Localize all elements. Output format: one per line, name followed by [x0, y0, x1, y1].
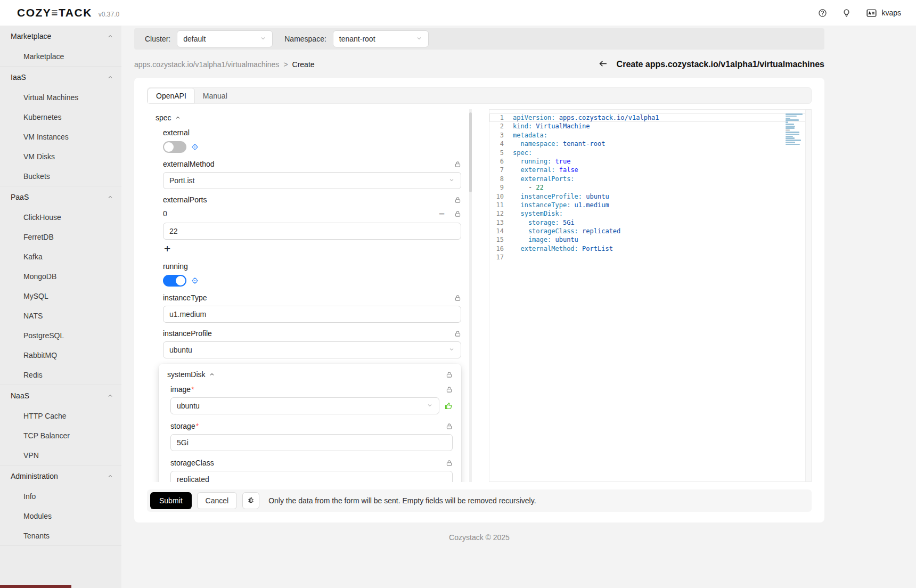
sidebar-item-info[interactable]: Info [0, 486, 121, 506]
line-number: 11 [489, 201, 513, 209]
form-scrollbar-thumb[interactable] [469, 112, 472, 192]
sidebar-scrollbar[interactable] [0, 585, 71, 588]
breadcrumb-resource-link[interactable]: apps.cozystack.io/v1alpha1/virtualmachin… [134, 60, 279, 69]
app-logo[interactable]: COZY≡TACK [17, 6, 92, 19]
lock-icon[interactable] [454, 330, 461, 337]
spec-group-header[interactable]: spec [156, 113, 461, 122]
editor-line[interactable]: 12 systemDisk: [489, 209, 811, 218]
editor-line[interactable]: 15 image: ubuntu [489, 235, 811, 244]
yaml-editor[interactable]: 1apiVersion: apps.cozystack.io/v1alpha12… [489, 109, 812, 482]
systemDisk-group-label: systemDisk [167, 370, 206, 379]
debug-button[interactable] [242, 492, 259, 509]
sidebar-item-ferretdb[interactable]: FerretDB [0, 227, 121, 247]
sidebar: MarketplaceMarketplaceIaaSVirtual Machin… [0, 26, 121, 588]
sidebar-item-modules[interactable]: Modules [0, 506, 121, 526]
add-item-button[interactable]: + [163, 242, 176, 256]
image-select[interactable]: ubuntu [170, 397, 439, 414]
sidebar-item-tenants[interactable]: Tenants [0, 526, 121, 545]
tab-manual[interactable]: Manual [195, 88, 235, 103]
sidebar-section-iaas[interactable]: IaaS [0, 67, 121, 87]
editor-line[interactable]: 16 externalMethod: PortList [489, 244, 811, 253]
external-label: external [163, 128, 190, 137]
cancel-button[interactable]: Cancel [197, 492, 238, 509]
running-toggle[interactable] [163, 275, 186, 287]
namespace-label: Namespace: [284, 35, 326, 43]
storageClass-input[interactable] [170, 471, 453, 482]
lock-icon[interactable] [446, 423, 453, 430]
editor-line[interactable]: 3metadata: [489, 131, 811, 140]
sidebar-item-kafka[interactable]: Kafka [0, 247, 121, 266]
cluster-select[interactable]: default [177, 30, 273, 47]
externalMethod-value: PortList [169, 176, 194, 185]
sidebar-item-rabbitmq[interactable]: RabbitMQ [0, 345, 121, 365]
editor-line[interactable]: 1apiVersion: apps.cozystack.io/v1alpha1 [489, 113, 811, 122]
sidebar-item-vm-disks[interactable]: VM Disks [0, 146, 121, 166]
editor-code-area[interactable]: 1apiVersion: apps.cozystack.io/v1alpha12… [489, 113, 811, 262]
sidebar-item-clickhouse[interactable]: ClickHouse [0, 207, 121, 227]
editor-scrollbar[interactable] [805, 110, 811, 481]
user-menu[interactable]: kvaps [866, 7, 901, 19]
lock-icon[interactable] [446, 371, 453, 378]
editor-line[interactable]: 4 namespace: tenant-root [489, 140, 811, 148]
chevron-up-icon [108, 391, 113, 400]
lock-icon[interactable] [446, 386, 453, 393]
sidebar-item-marketplace[interactable]: Marketplace [0, 46, 121, 66]
editor-minimap[interactable] [786, 113, 804, 148]
sidebar-item-kubernetes[interactable]: Kubernetes [0, 107, 121, 127]
external-toggle[interactable] [163, 141, 186, 153]
sidebar-item-postgresql[interactable]: PostgreSQL [0, 325, 121, 345]
editor-line[interactable]: 14 storageClass: replicated [489, 227, 811, 235]
sidebar-section-marketplace[interactable]: Marketplace [0, 26, 121, 46]
chevron-up-icon [108, 472, 113, 480]
externalPorts-0-input[interactable] [163, 223, 461, 240]
editor-line[interactable]: 8 externalPorts: [489, 175, 811, 183]
sidebar-item-redis[interactable]: Redis [0, 365, 121, 385]
tab-openapi[interactable]: OpenAPI [148, 88, 195, 103]
sidebar-item-buckets[interactable]: Buckets [0, 166, 121, 186]
namespace-select[interactable]: tenant-root [333, 30, 429, 47]
lock-icon[interactable] [454, 210, 461, 217]
sidebar-section-administration[interactable]: Administration [0, 466, 121, 486]
sidebar-item-tcp-balancer[interactable]: TCP Balancer [0, 426, 121, 445]
instanceType-input[interactable] [163, 306, 461, 323]
externalMethod-select[interactable]: PortList [163, 172, 461, 189]
remove-item-icon[interactable]: − [439, 209, 445, 219]
systemDisk-group-header[interactable]: systemDisk [167, 370, 215, 379]
instanceProfile-label: instanceProfile [163, 329, 212, 338]
lock-icon[interactable] [446, 460, 453, 467]
sidebar-item-mongodb[interactable]: MongoDB [0, 266, 121, 286]
editor-line[interactable]: 7 external: false [489, 166, 811, 174]
instanceProfile-select[interactable]: ubuntu [163, 341, 461, 358]
sidebar-item-nats[interactable]: NATS [0, 306, 121, 325]
submit-button[interactable]: Submit [150, 492, 192, 509]
sidebar-item-mysql[interactable]: MySQL [0, 286, 121, 306]
editor-line[interactable]: 17 [489, 253, 811, 262]
aim-icon[interactable] [191, 143, 199, 151]
sidebar-item-vm-instances[interactable]: VM Instances [0, 127, 121, 146]
lock-icon[interactable] [454, 161, 461, 168]
lock-icon[interactable] [454, 197, 461, 203]
field-instanceType: instanceType [156, 292, 461, 323]
editor-line[interactable]: 11 instanceType: u1.medium [489, 201, 811, 209]
page-title: Create apps.cozystack.io/v1alpha1/virtua… [617, 60, 824, 69]
editor-line[interactable]: 5spec: [489, 149, 811, 157]
editor-line[interactable]: 9 - 22 [489, 183, 811, 192]
editor-line[interactable]: 13 storage: 5Gi [489, 218, 811, 227]
bug-icon [247, 496, 255, 506]
sidebar-section-naas[interactable]: NaaS [0, 385, 121, 406]
theme-bulb-icon[interactable] [842, 9, 851, 18]
help-icon[interactable] [818, 9, 827, 18]
back-arrow-icon[interactable] [598, 59, 608, 70]
externalPorts-item-index: 0 [163, 209, 439, 218]
storage-input[interactable] [170, 434, 453, 451]
sidebar-item-vpn[interactable]: VPN [0, 445, 121, 465]
editor-line[interactable]: 2kind: VirtualMachine [489, 122, 811, 130]
aim-icon[interactable] [191, 277, 199, 284]
lock-icon[interactable] [454, 295, 461, 301]
thumbs-up-icon[interactable] [444, 402, 453, 410]
sidebar-section-paas[interactable]: PaaS [0, 186, 121, 207]
editor-line[interactable]: 6 running: true [489, 157, 811, 166]
sidebar-item-http-cache[interactable]: HTTP Cache [0, 406, 121, 426]
editor-line[interactable]: 10 instanceProfile: ubuntu [489, 192, 811, 201]
sidebar-item-virtual-machines[interactable]: Virtual Machines [0, 87, 121, 107]
